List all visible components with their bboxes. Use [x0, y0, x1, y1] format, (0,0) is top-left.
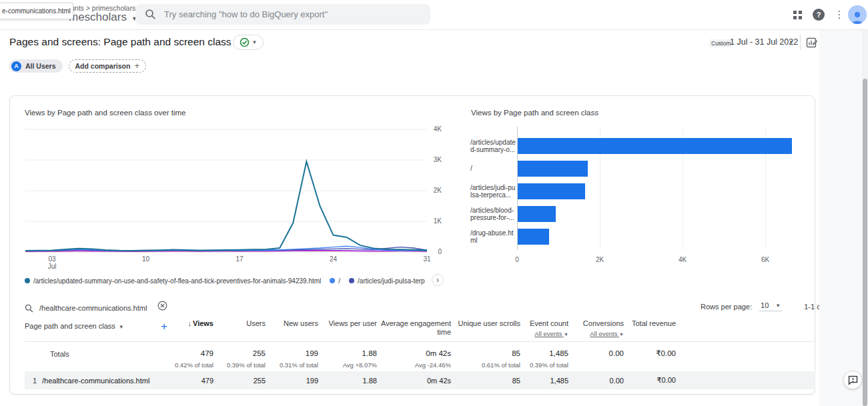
add-dimension-button[interactable]: + — [158, 321, 170, 333]
totals-views: 4790.42% of total — [173, 342, 213, 369]
line-chart-canvas — [25, 125, 427, 255]
feedback-chat-icon — [848, 375, 858, 385]
cell-users: 255 — [213, 377, 266, 385]
property-name: mescholars — [69, 11, 127, 24]
bar-chart-title: Views by Page path and screen class — [471, 109, 598, 117]
scrollbar-thumb[interactable] — [863, 79, 867, 406]
column-header-views[interactable]: ↓Views — [173, 316, 213, 341]
y-axis-tick: 4K — [434, 125, 442, 133]
legend-item: /articles/judi-pulsa-terpercaya/ — [349, 277, 425, 285]
cell-conversions: 0.00 — [568, 377, 624, 385]
page-gutter — [819, 30, 868, 406]
column-header-unique-user-scrolls[interactable]: Unique user scrolls — [451, 316, 520, 341]
chevron-down-icon: ▼ — [619, 330, 624, 339]
chevron-down-icon: ▼ — [119, 324, 124, 330]
cell-avg-engagement: 0m 42s — [377, 377, 451, 385]
page-path-tooltip: e-communications.html — [0, 3, 73, 19]
column-header-views-per-user[interactable]: Views per user — [318, 316, 377, 341]
legend-item: /articles/updated-summary-on-use-and-saf… — [25, 277, 321, 285]
x-axis-tick: 2K — [590, 256, 610, 263]
bar — [518, 138, 792, 154]
add-comparison-button[interactable]: Add comparison + — [69, 59, 146, 73]
bar — [518, 206, 556, 222]
x-axis-tick: 10 — [135, 255, 157, 263]
column-header-total-revenue[interactable]: Total revenue — [624, 316, 676, 341]
app-header: unts > primescholars mescholars ▼ Try se… — [0, 0, 868, 30]
totals-users: 2550.39% of total — [213, 342, 266, 369]
avatar[interactable] — [848, 5, 867, 24]
dimension-header[interactable]: Page path and screen class▼ + — [25, 316, 173, 341]
table-totals-row: Totals 4790.42% of total 2550.39% of tot… — [25, 342, 815, 369]
customize-report-icon[interactable] — [805, 36, 818, 49]
kebab-menu-icon[interactable]: ⋮ — [833, 8, 846, 21]
x-axis-tick: 31 — [416, 255, 438, 263]
bar — [518, 229, 549, 245]
cell-new-users: 199 — [266, 377, 318, 385]
table-filter-input[interactable]: /healthcare-communications.html — [25, 299, 147, 317]
line-chart — [25, 125, 427, 255]
x-axis-tick: 03 Jul — [41, 255, 63, 270]
sort-descending-icon: ↓ — [188, 319, 192, 327]
apps-grid-icon[interactable] — [791, 8, 804, 21]
person-icon — [850, 10, 865, 24]
search-placeholder: Try searching "how to do BigQuery export… — [164, 9, 328, 19]
cell-views-per-user: 1.88 — [318, 377, 377, 385]
bar-category-label: /drug-abuse.html — [470, 229, 516, 245]
column-header-new-users[interactable]: New users — [266, 316, 318, 341]
legend-next-button[interactable]: › — [432, 274, 444, 286]
property-selector[interactable]: mescholars ▼ — [69, 11, 137, 24]
y-axis-tick: 0 — [438, 248, 442, 255]
y-axis-tick: 3K — [434, 156, 442, 163]
bar-category-label: /articles/blood-pressure-for-... — [470, 206, 516, 222]
x-axis-tick: 0 — [507, 256, 527, 263]
totals-revenue: ₹0.00 — [624, 342, 676, 369]
all-users-chip[interactable]: A All Users — [9, 59, 63, 73]
table-filter-value: /healthcare-communications.html — [39, 304, 147, 312]
x-axis-tick: 17 — [229, 255, 250, 263]
event-count-filter[interactable]: All events ▼ — [520, 329, 568, 339]
bar-category-label: / — [470, 161, 516, 177]
totals-views-per-user: 1.88Avg +8.07% — [318, 342, 377, 369]
bar — [518, 183, 585, 199]
conversions-filter[interactable]: All events ▼ — [568, 329, 624, 339]
totals-label: Totals — [25, 342, 173, 369]
y-axis-tick: 2K — [434, 187, 442, 194]
rows-per-page-label: Rows per page: — [701, 303, 752, 311]
row-rank: 1 — [25, 377, 42, 385]
totals-event-count: 1,4850.39% of total — [520, 342, 568, 369]
help-icon[interactable]: ? — [812, 8, 825, 21]
x-axis-tick: 24 — [323, 255, 344, 263]
ga4-report-page: unts > primescholars mescholars ▼ Try se… — [0, 0, 868, 406]
cell-event-count: 1,485 — [520, 377, 568, 385]
column-header-avg-engagement-time[interactable]: Average engagement time — [377, 316, 451, 341]
column-header-conversions[interactable]: ConversionsAll events ▼ — [568, 316, 624, 341]
date-range-selector[interactable]: 1 Jul - 31 Jul 2022 — [730, 37, 798, 47]
legend-dot-icon — [330, 278, 335, 283]
checkmark-icon — [240, 37, 250, 47]
rows-per-page-select[interactable]: 10 ▼ — [759, 301, 782, 311]
x-axis-tick: 6K — [755, 256, 775, 263]
line-chart-legend: /articles/updated-summary-on-use-and-saf… — [25, 275, 425, 286]
report-status-dropdown[interactable]: ▼ — [233, 35, 264, 50]
comparison-a-badge: A — [11, 61, 21, 71]
table-row[interactable]: 1 /healthcare-communications.html 479 25… — [25, 371, 815, 389]
totals-avg-engagement: 0m 42sAvg -24.46% — [377, 342, 451, 369]
feedback-button[interactable] — [843, 371, 862, 389]
totals-conversions: 0.00 — [568, 342, 624, 369]
row-page-path: /healthcare-communications.html — [42, 377, 149, 385]
line-chart-y-axis: 01K2K3K4K — [430, 125, 444, 259]
column-header-event-count[interactable]: Event countAll events ▼ — [520, 316, 568, 341]
plus-icon: + — [134, 61, 139, 71]
global-search-input[interactable]: Try searching "how to do BigQuery export… — [135, 4, 430, 25]
y-axis-tick: 1K — [434, 217, 442, 225]
bar-category-label: /articles/updated-summary-o... — [470, 138, 516, 154]
cell-views: 479 — [173, 377, 213, 385]
chevron-down-icon[interactable]: ▼ — [789, 39, 794, 45]
line-series — [25, 161, 427, 251]
chevron-down-icon: ▼ — [775, 303, 781, 309]
line-chart-title: Views by Page path and screen class over… — [25, 109, 185, 117]
divider — [800, 35, 801, 50]
column-header-users[interactable]: Users — [213, 316, 266, 341]
cell-revenue: ₹0.00 — [624, 376, 676, 385]
clear-filter-icon[interactable] — [157, 301, 168, 311]
